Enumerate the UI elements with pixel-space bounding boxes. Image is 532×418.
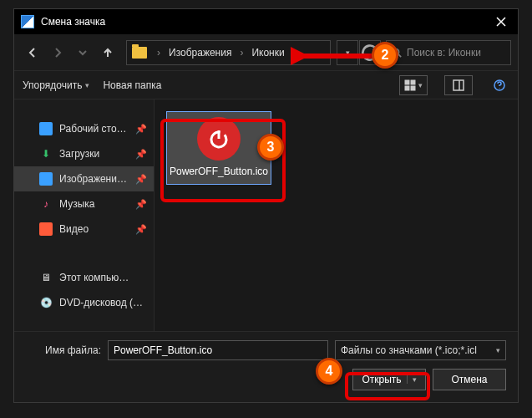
sidebar-item-video[interactable]: Видео 📌 [14, 217, 154, 242]
chevron-down-icon [77, 47, 89, 59]
pin-icon: 📌 [135, 199, 147, 210]
chevron-down-icon: ▾ [85, 81, 89, 89]
cancel-label: Отмена [451, 374, 487, 385]
sidebar-item-music[interactable]: ♪ Музыка 📌 [14, 191, 154, 217]
sidebar-item-pictures[interactable]: Изображени… 📌 [14, 166, 154, 191]
desktop-icon [39, 122, 53, 135]
search-icon [392, 48, 402, 58]
new-folder-label: Новая папка [103, 79, 161, 91]
close-icon [496, 17, 506, 27]
open-button[interactable]: Открыть ▾ [352, 369, 426, 390]
pin-icon: 📌 [135, 224, 147, 235]
file-name: PowerOFF_Button.ico [170, 166, 268, 177]
chevron-down-icon: ▾ [407, 375, 417, 384]
svg-rect-3 [405, 86, 409, 90]
svg-rect-4 [411, 86, 415, 90]
refresh-button[interactable] [359, 40, 381, 65]
address-dropdown[interactable]: ▾ [337, 40, 358, 65]
arrow-right-icon [52, 47, 63, 59]
breadcrumb-2[interactable]: Иконки [250, 47, 286, 59]
organize-label: Упорядочить [23, 79, 82, 91]
svg-rect-1 [405, 80, 409, 84]
video-icon [39, 222, 53, 236]
arrow-up-icon [102, 47, 114, 59]
search-placeholder: Поиск в: Иконки [407, 47, 481, 59]
dvd-icon: 💿 [39, 296, 53, 309]
sidebar-item-label: Загрузки [59, 148, 99, 160]
music-icon: ♪ [39, 197, 53, 211]
pin-icon: 📌 [135, 124, 147, 135]
cancel-button[interactable]: Отмена [433, 369, 506, 390]
sidebar-item-label: Этот компью… [59, 272, 129, 283]
view-mode-button[interactable]: ▾ [399, 75, 428, 95]
preview-icon [453, 79, 464, 91]
window-title: Смена значка [41, 16, 484, 28]
breadcrumb-1[interactable]: Изображения [167, 47, 233, 59]
sidebar-item-desktop[interactable]: Рабочий сто… 📌 [14, 116, 154, 141]
recent-dropdown[interactable] [71, 41, 94, 64]
back-button[interactable] [21, 41, 44, 64]
preview-pane-button[interactable] [444, 75, 473, 95]
download-icon: ⬇ [39, 147, 53, 161]
filename-input[interactable]: PowerOFF_Button.ico [108, 340, 328, 360]
close-button[interactable] [484, 9, 518, 34]
filename-value: PowerOFF_Button.ico [114, 344, 212, 356]
address-bar[interactable]: › Изображения › Иконки [126, 40, 331, 65]
open-label: Открыть [362, 374, 401, 385]
filetype-value: Файлы со значками (*.ico;*.icl [341, 344, 477, 356]
new-folder-button[interactable]: Новая папка [103, 79, 161, 91]
svg-rect-2 [411, 80, 415, 84]
grid-icon [404, 79, 416, 91]
chevron-right-icon: › [154, 47, 164, 59]
sidebar-item-dvd[interactable]: 💿 DVD-дисковод (… [14, 290, 154, 315]
svg-rect-5 [453, 80, 464, 90]
sidebar-item-label: Музыка [59, 198, 94, 210]
sidebar-item-thispc[interactable]: 🖥 Этот компью… [14, 265, 154, 290]
power-icon [197, 117, 241, 161]
search-input[interactable]: Поиск в: Иконки [386, 40, 511, 65]
help-button[interactable] [489, 75, 509, 95]
sidebar-item-label: DVD-дисковод (… [59, 297, 143, 308]
sidebar-item-label: Рабочий сто… [59, 123, 127, 135]
pictures-icon [39, 172, 53, 186]
organize-menu[interactable]: Упорядочить ▾ [23, 79, 89, 91]
pc-icon: 🖥 [39, 271, 53, 284]
sidebar-item-label: Видео [59, 223, 89, 235]
app-icon [21, 15, 34, 28]
chevron-down-icon: ▾ [346, 48, 350, 57]
refresh-icon [360, 43, 380, 63]
sidebar-item-label: Изображени… [59, 173, 127, 185]
chevron-down-icon: ▾ [418, 81, 423, 89]
file-item[interactable]: PowerOFF_Button.ico [166, 111, 271, 185]
svg-point-0 [393, 48, 399, 54]
arrow-left-icon [27, 47, 38, 59]
filetype-select[interactable]: Файлы со значками (*.ico;*.icl ▾ [335, 340, 506, 360]
help-icon [494, 79, 505, 91]
up-button[interactable] [96, 41, 119, 64]
chevron-down-icon: ▾ [496, 346, 500, 354]
chevron-right-icon: › [236, 47, 246, 59]
pin-icon: 📌 [135, 174, 147, 185]
sidebar-item-downloads[interactable]: ⬇ Загрузки 📌 [14, 141, 154, 166]
folder-icon [132, 47, 147, 59]
filename-label: Имя файла: [26, 344, 101, 356]
sidebar: Рабочий сто… 📌 ⬇ Загрузки 📌 Изображени… … [14, 99, 155, 331]
pin-icon: 📌 [135, 149, 147, 160]
forward-button[interactable] [46, 41, 69, 64]
file-list[interactable]: PowerOFF_Button.ico [155, 99, 518, 331]
